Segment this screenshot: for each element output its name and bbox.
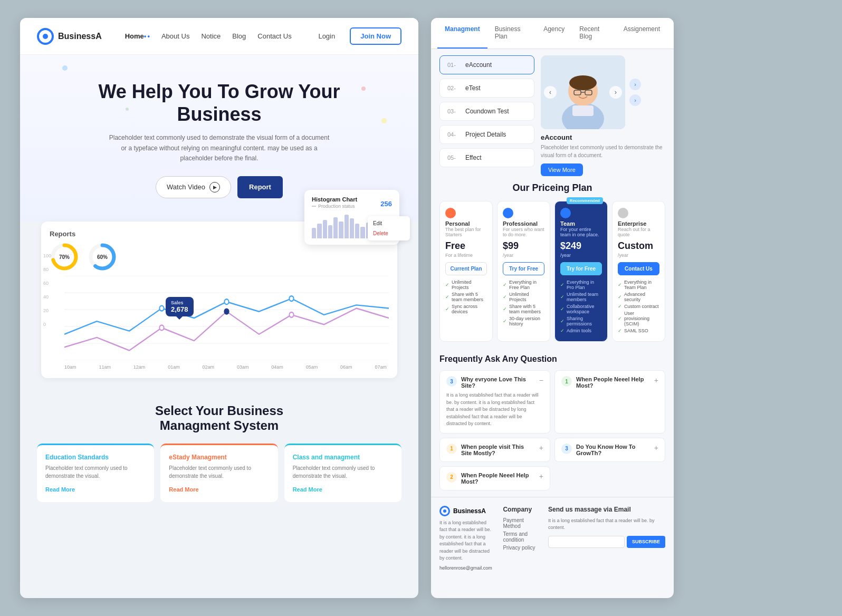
tab-business[interactable]: Business Plan — [487, 18, 536, 49]
plan-name-1: Professional — [503, 220, 544, 227]
plan-name-3: Enterprise — [618, 220, 659, 227]
view-more-button[interactable]: View More — [541, 163, 583, 176]
donut-row: 70% 60% — [50, 242, 389, 272]
footer-logo: BusinessA — [439, 506, 494, 516]
tab-management[interactable]: Managment — [437, 18, 487, 49]
plan-name-2: Team — [560, 220, 602, 227]
context-delete[interactable]: Delete — [368, 228, 410, 238]
nav-home[interactable]: Home• — [125, 32, 150, 40]
plan-btn-1[interactable]: Try for Free — [503, 262, 544, 275]
list-item-1[interactable]: 02- eTest — [439, 79, 534, 98]
plan-period-0: For a lifetime — [445, 253, 487, 258]
faq-item-2: 1 When people visit This Site Mostly? + — [439, 438, 550, 462]
logo-circle — [37, 28, 54, 45]
card-class: Class and managment Placeholder text com… — [284, 444, 401, 502]
histogram-title: Histogram Chart — [312, 196, 357, 203]
svg-text:60%: 60% — [97, 254, 108, 260]
subscribe-button[interactable]: SUBSCRIBE — [627, 536, 665, 548]
card-link-1[interactable]: Read More — [169, 486, 198, 493]
x-axis: 10am 11am 12am 01am 02am 03am 04am 05am … — [50, 364, 389, 370]
report-button[interactable]: Report — [237, 176, 283, 198]
nav-about[interactable]: About Us — [161, 32, 189, 40]
profile-prev-arrow[interactable]: ‹ — [544, 86, 557, 99]
footer-logo-circle — [439, 506, 450, 516]
nav-contact[interactable]: Contact Us — [257, 32, 291, 40]
footer-brand-name: BusinessA — [453, 507, 486, 515]
profile-section: ‹ › › › eAccount Placeholder text common… — [534, 55, 665, 176]
faq-num-4: 2 — [446, 472, 457, 483]
login-button[interactable]: Login — [318, 32, 335, 40]
card-text-2: Placeholder text commonly used to demons… — [293, 464, 393, 480]
plan-btn-3[interactable]: Contact Us — [618, 262, 659, 275]
plan-period-3: /year — [618, 253, 659, 258]
faq-toggle-3[interactable]: + — [654, 444, 658, 452]
faq-item-0: 3 Why evryone Love This Site? − It is a … — [439, 370, 550, 434]
profile-info: eAccount Placeholder text commonly used … — [541, 133, 665, 176]
svg-point-18 — [289, 312, 293, 317]
footer-link-2[interactable]: Privacy policy — [503, 545, 540, 551]
logo: BusinessA — [37, 28, 102, 45]
faq-num-2: 1 — [446, 444, 457, 454]
plan-amount-0: Free — [445, 240, 487, 252]
faq-answer-0: It is a long established fact that a rea… — [446, 392, 543, 428]
card-title-1: eStady Managment — [169, 454, 269, 461]
hero-title: We Help You To Grow Your Business — [62, 80, 376, 126]
svg-point-13 — [159, 306, 164, 311]
nav-dot-2[interactable]: › — [629, 94, 641, 106]
pricing-title: Our Priceing Plan — [439, 182, 665, 194]
card-link-2[interactable]: Read More — [293, 486, 322, 493]
profile-desc: Placeholder text commonly used to demons… — [541, 143, 665, 159]
join-now-button[interactable]: Join Now — [350, 27, 401, 45]
footer-email: hellorenrose@gmail.com — [439, 565, 494, 571]
faq-title: Frequently Ask Any Question — [439, 354, 665, 364]
price-icon-team — [560, 208, 571, 218]
profile-next-arrow[interactable]: › — [609, 86, 622, 99]
footer-subscribe-desc: It is a long established fact that a rea… — [548, 517, 665, 532]
faq-toggle-2[interactable]: + — [539, 444, 543, 452]
tab-assignment[interactable]: Assignement — [616, 18, 667, 49]
plan-features-2: ✓Everything in Pro Plan ✓Unlimited team … — [560, 280, 602, 333]
right-panel: Managment Business Plan Agency Recent Bl… — [431, 18, 674, 598]
svg-point-22 — [569, 75, 597, 90]
subscribe-input[interactable] — [548, 536, 625, 548]
price-card-professional: Professional For users who want to do mo… — [497, 201, 550, 342]
footer-link-1[interactable]: Terms and condition — [503, 531, 540, 543]
price-card-enterprise: Enterprise Reach out for a quote Custom … — [612, 201, 665, 342]
faq-toggle-1[interactable]: + — [654, 376, 658, 384]
list-item-0[interactable]: 01- eAccount — [439, 55, 534, 74]
plan-btn-2[interactable]: Try for Free — [560, 262, 602, 275]
faq-item-1: 1 When People Neeel Help Most? + — [554, 370, 665, 434]
price-card-personal: Personal The best plan for Starters Free… — [439, 201, 493, 342]
faq-item-3: 3 Do You Know How To GrowTh? + — [554, 438, 665, 462]
nav-blog[interactable]: Blog — [232, 32, 246, 40]
plan-btn-0[interactable]: Current Plan — [445, 262, 487, 275]
faq-item-4: 2 When People Neeel Help Most? + — [439, 466, 550, 490]
faq-toggle-0[interactable]: − — [539, 376, 543, 384]
price-badge: Recommended — [567, 197, 603, 204]
footer-link-0[interactable]: Payment Method — [503, 517, 540, 529]
card-link-0[interactable]: Read More — [45, 486, 75, 493]
list-item-2[interactable]: 03- Coundown Test — [439, 102, 534, 121]
plan-period-2: /year — [560, 253, 602, 258]
nav-notice[interactable]: Notice — [201, 32, 221, 40]
plan-period-1: /year — [503, 253, 544, 258]
faq-question-4: When People Neeel Help Most? — [461, 472, 535, 485]
context-edit[interactable]: Edit — [368, 218, 410, 228]
card-text-1: Placeholder text commonly used to demons… — [169, 464, 269, 480]
faq-num-3: 3 — [561, 444, 572, 454]
plan-amount-2: $249 — [560, 240, 602, 252]
list-item-3[interactable]: 04- Project Details — [439, 125, 534, 144]
faq-toggle-4[interactable]: + — [539, 472, 543, 480]
plan-name-0: Personal — [445, 220, 487, 227]
faq-question-2: When people visit This Site Mostly? — [461, 444, 535, 456]
plan-sub-3: Reach out for a quote — [618, 227, 659, 237]
faq-section: Frequently Ask Any Question 3 Why evryon… — [431, 348, 674, 497]
nav-dot-1[interactable]: › — [629, 79, 641, 90]
tab-blog[interactable]: Recent Blog — [572, 18, 616, 49]
watch-video-button[interactable]: Watch Video ▶ — [156, 176, 231, 198]
plan-amount-3: Custom — [618, 240, 659, 252]
context-menu: Edit Delete — [368, 216, 410, 240]
tab-agency[interactable]: Agency — [536, 18, 572, 49]
list-profile-row: 01- eAccount 02- eTest 03- Coundown Test… — [431, 49, 674, 176]
list-item-4[interactable]: 05- Effect — [439, 148, 534, 167]
